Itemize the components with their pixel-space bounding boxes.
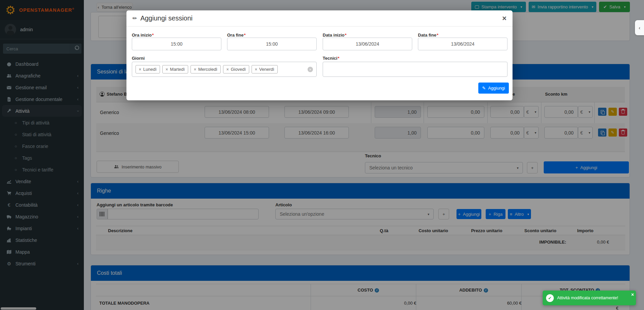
- add-sessions-modal: ✏ Aggiungi sessioni × Ora inizio* Ora fi…: [126, 10, 513, 100]
- data-fine-input[interactable]: [418, 38, 507, 50]
- tecnici-label: Tecnici*: [323, 56, 339, 61]
- data-inizio-label: Data inizio*: [323, 33, 346, 38]
- remove-chip-icon[interactable]: ×: [166, 67, 168, 72]
- day-chip[interactable]: ×Giovedì: [223, 65, 249, 73]
- toast-close-icon[interactable]: ×: [631, 292, 634, 297]
- ora-inizio-label: Ora inizio*: [132, 33, 154, 38]
- giorni-field[interactable]: ×Lunedì ×Martedì ×Mercoledì ×Giovedì ×Ve…: [132, 62, 317, 77]
- day-chip[interactable]: ×Lunedì: [136, 65, 160, 73]
- chevron-left-icon: ‹: [639, 25, 640, 31]
- remove-chip-icon[interactable]: ×: [226, 67, 229, 72]
- toast-message: Attività modificata correttamente!: [557, 296, 618, 300]
- data-inizio-input[interactable]: [323, 38, 412, 50]
- pencil-icon: ✏: [132, 15, 137, 21]
- modal-aggiungi-button[interactable]: ✎ Aggiungi: [478, 83, 509, 94]
- remove-chip-icon[interactable]: ×: [194, 67, 196, 72]
- ora-inizio-input[interactable]: [132, 38, 221, 50]
- day-chip[interactable]: ×Venerdì: [252, 65, 278, 73]
- slide-panel-toggle[interactable]: ‹: [635, 20, 644, 35]
- giorni-label: Giorni: [132, 56, 145, 61]
- edit-icon: ✎: [482, 86, 486, 91]
- tecnici-field[interactable]: [323, 62, 507, 77]
- close-icon[interactable]: ×: [502, 15, 506, 22]
- modal-title: ✏ Aggiungi sessioni: [132, 14, 193, 22]
- data-fine-label: Data fine*: [418, 33, 438, 38]
- success-toast: ✔ Attività modificata correttamente! ×: [543, 291, 636, 305]
- check-circle-icon: ✔: [546, 294, 554, 302]
- app-screen: ⚙ OSM OpenSTAManager® admin Dashboard An…: [0, 0, 644, 310]
- remove-chip-icon[interactable]: ×: [255, 67, 257, 72]
- day-chip[interactable]: ×Martedì: [162, 65, 188, 73]
- remove-chip-icon[interactable]: ×: [139, 67, 141, 72]
- modal-header: ✏ Aggiungi sessioni ×: [126, 10, 513, 27]
- clear-all-icon[interactable]: ×: [308, 67, 313, 72]
- ora-fine-input[interactable]: [227, 38, 317, 50]
- horizontal-scrollbar-thumb[interactable]: [1, 307, 36, 310]
- ora-fine-label: Ora fine*: [227, 33, 246, 38]
- day-chip[interactable]: ×Mercoledì: [191, 65, 221, 73]
